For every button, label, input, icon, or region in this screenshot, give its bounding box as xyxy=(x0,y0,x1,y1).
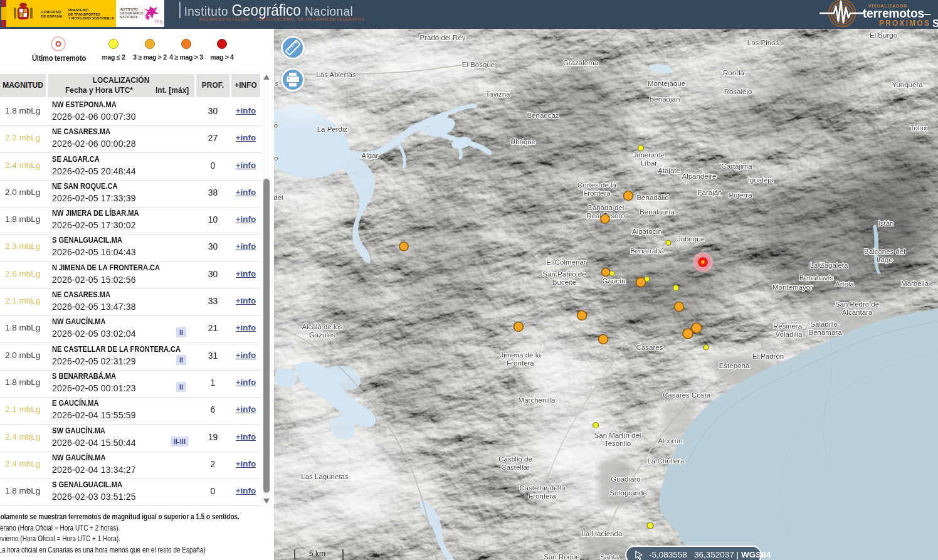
svg-text:Benaocaz: Benaocaz xyxy=(527,112,559,119)
svg-text:Cortes de la: Cortes de la xyxy=(577,181,617,189)
svg-text:jo: jo xyxy=(274,154,278,162)
svg-text:Alpandeire: Alpandeire xyxy=(682,172,717,180)
svg-text:Pujerra: Pujerra xyxy=(729,191,752,199)
svg-text:Frontera: Frontera xyxy=(529,492,556,500)
svg-text:El Padrón: El Padrón xyxy=(752,352,784,360)
svg-text:Benahavís: Benahavís xyxy=(799,274,834,282)
svg-text:Cartajima: Cartajima xyxy=(721,162,752,170)
svg-text:Benarrabá: Benarrabá xyxy=(630,247,664,255)
svg-text:Prado del Rey: Prado del Rey xyxy=(420,34,466,41)
svg-text:terremotos–: terremotos– xyxy=(863,6,931,20)
svg-text:Buceite: Buceite xyxy=(552,278,576,286)
svg-text:Castillo de: Castillo de xyxy=(498,455,532,463)
svg-text:Yunquera: Yunquera xyxy=(892,81,923,88)
svg-text:Igualeja: Igualeja xyxy=(748,176,774,184)
svg-text:Sotogrande: Sotogrande xyxy=(609,489,646,497)
svg-text:Castellar de la: Castellar de la xyxy=(519,484,566,492)
svg-text:La Chullera: La Chullera xyxy=(648,457,685,465)
svg-text:Algatocín: Algatocín xyxy=(632,228,662,235)
svg-text:San Roque: San Roque xyxy=(544,553,580,560)
svg-text:Grazalema: Grazalema xyxy=(563,59,599,66)
svg-text:Algar: Algar xyxy=(362,152,379,159)
svg-text:Cañada del: Cañada del xyxy=(588,204,624,211)
svg-text:Casares Costa: Casares Costa xyxy=(663,391,711,399)
svg-text:Estepona: Estepona xyxy=(719,362,750,369)
svg-text:Voladilla: Voladilla xyxy=(776,330,803,338)
svg-text:Jimera de: Jimera de xyxy=(633,151,665,159)
svg-text:Casares: Casares xyxy=(636,344,663,351)
svg-text:San Pablo de: San Pablo de xyxy=(542,270,586,278)
svg-text:Tolox: Tolox xyxy=(910,124,927,132)
svg-text:Marbella: Marbella xyxy=(901,280,929,287)
svg-text:o: o xyxy=(274,122,278,129)
svg-text:Castellar: Castellar xyxy=(501,463,530,471)
svg-text:Ronda: Ronda xyxy=(723,69,744,77)
svg-text:Marchenilla: Marchenilla xyxy=(519,396,556,404)
svg-text:Faraján: Faraján xyxy=(698,189,722,196)
svg-text:San Martín del: San Martín del xyxy=(594,431,641,439)
svg-text:Montemayor: Montemayor xyxy=(772,283,813,291)
svg-text:Gazules: Gazules xyxy=(309,331,335,339)
svg-text:Guadiaro: Guadiaro xyxy=(611,475,640,483)
svg-text:Benadalid: Benadalid xyxy=(636,194,668,201)
svg-text:Lago: Lago xyxy=(877,256,893,263)
svg-text:Benamara: Benamara xyxy=(808,329,842,336)
svg-text:cnig: cnig xyxy=(155,18,162,24)
svg-text:Alcorrín: Alcorrín xyxy=(658,437,683,445)
svg-text:del: del xyxy=(274,194,283,201)
svg-text:Artola: Artola xyxy=(835,280,855,288)
svg-text:El Colmenar: El Colmenar xyxy=(546,258,586,266)
svg-text:Jubrique: Jubrique xyxy=(677,235,705,243)
svg-text:La Zagaleta: La Zagaleta xyxy=(810,262,848,269)
svg-text:Montejaque: Montejaque xyxy=(648,80,685,87)
svg-text:El Burgo: El Burgo xyxy=(870,31,897,39)
svg-text:PROXIMOS: PROXIMOS xyxy=(879,19,930,28)
svg-text:San Pedro de: San Pedro de xyxy=(835,300,879,308)
svg-text:Rosalejo: Rosalejo xyxy=(724,88,752,95)
svg-text:Benalauría: Benalauría xyxy=(640,208,675,216)
svg-text:Santa: Santa xyxy=(600,553,619,560)
svg-text:Alcántara: Alcántara xyxy=(842,309,873,316)
svg-text:Líbar: Líbar xyxy=(641,159,657,167)
svg-text:Resinera-: Resinera- xyxy=(773,322,804,330)
svg-text:Atajate: Atajate xyxy=(658,167,680,174)
svg-text:Tavizna: Tavizna xyxy=(486,90,511,98)
svg-text:Frontera: Frontera xyxy=(507,359,534,367)
svg-text:Alcalá de los: Alcalá de los xyxy=(302,323,342,330)
svg-text:Los Pinos: Los Pinos xyxy=(747,39,779,46)
svg-text:Tesorillo: Tesorillo xyxy=(604,440,631,447)
svg-text:Frontera: Frontera xyxy=(583,189,611,197)
svg-text:El Bosque: El Bosque xyxy=(462,61,495,68)
svg-text:Jimena de la: Jimena de la xyxy=(500,351,541,359)
svg-text:Ubrique: Ubrique xyxy=(510,138,535,145)
svg-text:Benaoján: Benaoján xyxy=(650,95,680,103)
svg-text:Istán: Istán xyxy=(878,219,894,227)
svg-text:Saladillo-: Saladillo- xyxy=(810,320,840,328)
svg-text:Las Lagunetas: Las Lagunetas xyxy=(301,473,349,480)
svg-text:Balcones del: Balcones del xyxy=(864,248,905,255)
svg-text:Gaucín: Gaucín xyxy=(602,277,625,285)
svg-text:La Hacienda: La Hacienda xyxy=(582,530,623,537)
svg-text:La Perdiz: La Perdiz xyxy=(317,125,348,133)
svg-text:Las Abiertas: Las Abiertas xyxy=(316,71,356,78)
svg-text:s: s xyxy=(275,80,278,87)
